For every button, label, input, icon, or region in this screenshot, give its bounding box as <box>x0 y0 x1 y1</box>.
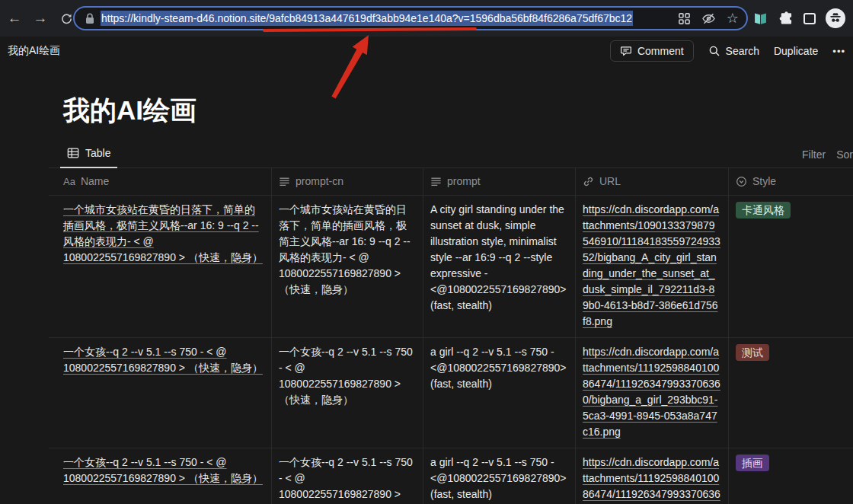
back-icon: ← <box>8 10 22 27</box>
cell-prompt-cn[interactable]: 一个女孩--q 2 --v 5.1 --s 750 - < @ 10800225… <box>272 448 423 504</box>
style-tag: 插画 <box>736 455 769 471</box>
column-label: prompt <box>447 174 481 190</box>
cell-url[interactable]: https://cdn.discordapp.com/attachments/1… <box>576 338 729 448</box>
column-header-style[interactable]: Style <box>729 168 853 196</box>
tab-table-label: Table <box>85 147 110 159</box>
address-bar[interactable]: https://kindly-steam-d46.notion.site/9af… <box>73 6 748 30</box>
comment-label: Comment <box>637 45 684 57</box>
column-header-prompt-cn[interactable]: prompt-cn <box>272 168 423 196</box>
cell-name[interactable]: 一个女孩--q 2 --v 5.1 --s 750 - < @ 10800225… <box>49 338 272 448</box>
name-link[interactable]: 一个女孩--q 2 --v 5.1 --s 750 - < @ 10800225… <box>63 456 263 484</box>
column-label: Name <box>81 174 109 190</box>
style-tag: 卡通风格 <box>736 202 791 219</box>
table-header-row: Aa Name prompt-cn prompt URL Style <box>49 168 853 196</box>
side-panel-icon[interactable] <box>803 13 816 24</box>
comment-icon <box>620 45 632 57</box>
incognito-icon <box>829 11 842 25</box>
page-title: 我的AI绘画 <box>63 93 853 129</box>
aa-text-icon: Aa <box>63 174 75 190</box>
extensions-puzzle-icon[interactable] <box>778 11 794 26</box>
apps-grid-icon[interactable] <box>678 12 691 25</box>
url-link[interactable]: https://cdn.discordapp.com/attachments/1… <box>583 346 720 438</box>
eye-off-icon[interactable] <box>701 11 716 26</box>
breadcrumb[interactable]: 我的AI绘画 <box>8 44 60 58</box>
url-text[interactable]: https://kindly-steam-d46.notion.site/9af… <box>101 11 633 26</box>
sort-button[interactable]: Sort <box>836 148 853 161</box>
browser-toolbar: ← → https://kindly-steam-d46.notion.site… <box>0 0 853 37</box>
cell-prompt[interactable]: A city girl standing under the sunset at… <box>423 196 576 338</box>
cell-style[interactable]: 测试 <box>729 338 853 448</box>
cell-style[interactable]: 插画 <box>729 448 853 504</box>
search-icon <box>708 45 720 57</box>
cell-url[interactable]: https://cdn.discordapp.com/attachments/1… <box>576 196 729 338</box>
column-label: prompt-cn <box>296 174 343 190</box>
tab-table-view[interactable]: Table <box>60 147 117 168</box>
filter-button[interactable]: Filter <box>802 148 826 161</box>
book-extension-icon[interactable] <box>752 11 768 27</box>
table-row: 一个女孩--q 2 --v 5.1 --s 750 - < @ 10800225… <box>49 448 853 504</box>
text-lines-icon <box>430 177 442 187</box>
database-table: Aa Name prompt-cn prompt URL Style <box>49 168 853 504</box>
column-header-name[interactable]: Aa Name <box>49 168 272 196</box>
extension-area <box>752 0 845 37</box>
forward-icon: → <box>34 10 48 27</box>
cell-prompt-cn[interactable]: 一个城市女孩站在黄昏的日落下，简单的插画风格，极简主义风格--ar 16: 9 … <box>272 196 423 338</box>
search-button[interactable]: Search <box>708 45 759 57</box>
column-header-url[interactable]: URL <box>576 168 729 196</box>
column-label: URL <box>599 174 621 190</box>
forward-button[interactable]: → <box>29 7 52 30</box>
name-link[interactable]: 一个女孩--q 2 --v 5.1 --s 750 - < @ 10800225… <box>63 346 263 374</box>
cell-url[interactable]: https://cdn.discordapp.com/attachments/1… <box>576 448 729 504</box>
notion-topbar: 我的AI绘画 Comment Search Duplicate ••• <box>0 37 853 65</box>
lock-icon <box>85 13 94 24</box>
table-view-icon <box>67 147 79 159</box>
cell-name[interactable]: 一个女孩--q 2 --v 5.1 --s 750 - < @ 10800225… <box>49 448 272 504</box>
cell-prompt[interactable]: a girl --q 2 --v 5.1 --s 750 - <@1080022… <box>423 448 576 504</box>
cell-prompt-cn[interactable]: 一个女孩--q 2 --v 5.1 --s 750 - < @ 10800225… <box>272 338 423 448</box>
more-menu-button[interactable]: ••• <box>832 46 845 57</box>
cell-prompt[interactable]: a girl --q 2 --v 5.1 --s 750 - <@1080022… <box>423 338 576 448</box>
column-header-prompt[interactable]: prompt <box>423 168 576 196</box>
table-row: 一个城市女孩站在黄昏的日落下，简单的插画风格，极简主义风格--ar 16: 9 … <box>49 196 853 338</box>
url-link[interactable]: https://cdn.discordapp.com/attachments/1… <box>583 203 720 327</box>
text-lines-icon <box>279 177 290 187</box>
cell-style[interactable]: 卡通风格 <box>729 196 853 338</box>
bookmark-star-icon[interactable]: ☆ <box>727 11 739 25</box>
view-tabs-row: Table Filter Sort <box>49 144 853 168</box>
select-icon <box>736 176 747 187</box>
table-row: 一个女孩--q 2 --v 5.1 --s 750 - < @ 10800225… <box>49 338 853 448</box>
reload-icon <box>60 12 73 25</box>
duplicate-button[interactable]: Duplicate <box>774 45 818 57</box>
name-link[interactable]: 一个城市女孩站在黄昏的日落下，简单的插画风格，极简主义风格--ar 16: 9 … <box>63 203 263 263</box>
search-label: Search <box>726 45 759 57</box>
column-label: Style <box>752 174 776 190</box>
annotation-underline <box>263 27 477 32</box>
style-tag: 测试 <box>736 344 769 361</box>
back-button[interactable]: ← <box>3 7 26 30</box>
incognito-avatar[interactable] <box>826 8 845 28</box>
url-link[interactable]: https://cdn.discordapp.com/attachments/1… <box>583 456 720 504</box>
comment-button[interactable]: Comment <box>610 40 694 62</box>
link-icon <box>583 176 594 187</box>
cell-name[interactable]: 一个城市女孩站在黄昏的日落下，简单的插画风格，极简主义风格--ar 16: 9 … <box>49 196 272 338</box>
